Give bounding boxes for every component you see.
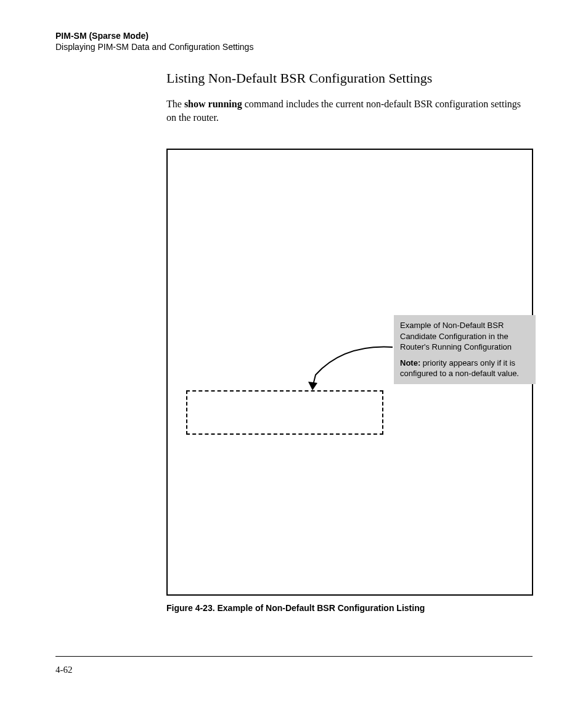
callout-note: Note: priority appears only if it is con… <box>400 358 529 379</box>
header-title: PIM-SM (Sparse Mode) <box>55 31 533 41</box>
callout-note-label: Note: <box>400 358 420 367</box>
header-subtitle: Displaying PIM-SM Data and Configuration… <box>55 42 533 52</box>
body-prefix: The <box>166 99 184 109</box>
dashed-highlight-box <box>186 390 383 435</box>
svg-marker-0 <box>308 382 317 390</box>
body-paragraph: The show running command includes the cu… <box>166 97 533 124</box>
footer-rule <box>55 656 533 657</box>
body-bold-command: show running <box>184 99 242 109</box>
figure-caption: Figure 4-23. Example of Non-Default BSR … <box>166 603 533 613</box>
arrow-icon <box>288 341 399 396</box>
page-number: 4-62 <box>55 665 73 675</box>
content-area: Listing Non-Default BSR Configuration Se… <box>166 70 533 613</box>
section-heading: Listing Non-Default BSR Configuration Se… <box>166 70 533 86</box>
figure-box: Example of Non-Default BSR Candidate Con… <box>166 149 533 596</box>
callout-description: Example of Non-Default BSR Candidate Con… <box>400 320 529 353</box>
callout-box: Example of Non-Default BSR Candidate Con… <box>394 315 536 384</box>
page-header: PIM-SM (Sparse Mode) Displaying PIM-SM D… <box>55 31 533 52</box>
